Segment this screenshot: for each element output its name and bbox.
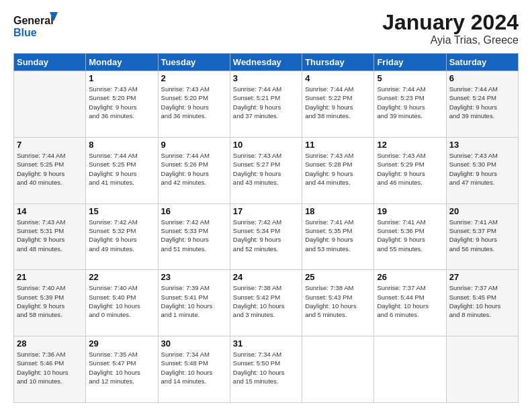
day-number: 15 bbox=[89, 206, 154, 216]
day-info: Sunrise: 7:43 AMSunset: 5:30 PMDaylight:… bbox=[449, 151, 515, 187]
calendar-week-row: 1Sunrise: 7:43 AMSunset: 5:20 PMDaylight… bbox=[14, 71, 519, 138]
day-info: Sunrise: 7:40 AMSunset: 5:39 PMDaylight:… bbox=[17, 283, 83, 319]
table-row: 3Sunrise: 7:44 AMSunset: 5:21 PMDaylight… bbox=[230, 71, 302, 138]
table-row: 16Sunrise: 7:42 AMSunset: 5:33 PMDayligh… bbox=[158, 203, 230, 270]
day-info: Sunrise: 7:37 AMSunset: 5:44 PMDaylight:… bbox=[377, 283, 443, 319]
table-row: 10Sunrise: 7:43 AMSunset: 5:27 PMDayligh… bbox=[230, 137, 302, 203]
day-number: 29 bbox=[89, 338, 154, 349]
table-row: 15Sunrise: 7:42 AMSunset: 5:32 PMDayligh… bbox=[86, 203, 158, 270]
table-row: 1Sunrise: 7:43 AMSunset: 5:20 PMDaylight… bbox=[86, 71, 158, 138]
calendar-header-row: Sunday Monday Tuesday Wednesday Thursday… bbox=[14, 54, 519, 71]
svg-text:General: General bbox=[13, 15, 54, 26]
day-info: Sunrise: 7:36 AMSunset: 5:46 PMDaylight:… bbox=[17, 350, 83, 385]
col-thursday: Thursday bbox=[302, 54, 374, 71]
day-info: Sunrise: 7:44 AMSunset: 5:25 PMDaylight:… bbox=[17, 151, 83, 187]
day-number: 2 bbox=[161, 73, 227, 83]
day-number: 7 bbox=[17, 140, 83, 150]
calendar-title: January 2024 bbox=[382, 11, 519, 34]
logo-icon: General Blue bbox=[13, 11, 60, 40]
table-row: 20Sunrise: 7:41 AMSunset: 5:37 PMDayligh… bbox=[446, 203, 518, 270]
table-row: 28Sunrise: 7:36 AMSunset: 5:46 PMDayligh… bbox=[14, 336, 86, 403]
table-row bbox=[14, 71, 86, 138]
day-info: Sunrise: 7:43 AMSunset: 5:28 PMDaylight:… bbox=[305, 151, 371, 187]
header: General Blue January 2024 Ayia Trias, Gr… bbox=[13, 11, 519, 46]
table-row: 19Sunrise: 7:41 AMSunset: 5:36 PMDayligh… bbox=[374, 203, 446, 270]
table-row: 5Sunrise: 7:44 AMSunset: 5:23 PMDaylight… bbox=[374, 71, 446, 138]
col-tuesday: Tuesday bbox=[158, 54, 230, 71]
day-number: 10 bbox=[233, 140, 299, 150]
day-info: Sunrise: 7:44 AMSunset: 5:23 PMDaylight:… bbox=[377, 85, 443, 120]
calendar-table: Sunday Monday Tuesday Wednesday Thursday… bbox=[13, 53, 519, 403]
table-row: 30Sunrise: 7:34 AMSunset: 5:48 PMDayligh… bbox=[158, 336, 230, 403]
table-row: 24Sunrise: 7:38 AMSunset: 5:42 PMDayligh… bbox=[230, 270, 302, 336]
table-row: 23Sunrise: 7:39 AMSunset: 5:41 PMDayligh… bbox=[158, 270, 230, 336]
day-number: 19 bbox=[377, 206, 443, 216]
day-info: Sunrise: 7:42 AMSunset: 5:34 PMDaylight:… bbox=[233, 218, 299, 253]
day-number: 20 bbox=[449, 206, 515, 216]
col-friday: Friday bbox=[374, 54, 446, 71]
table-row: 12Sunrise: 7:43 AMSunset: 5:29 PMDayligh… bbox=[374, 137, 446, 203]
title-block: January 2024 Ayia Trias, Greece bbox=[382, 11, 519, 46]
day-number: 17 bbox=[233, 206, 299, 216]
logo: General Blue bbox=[13, 11, 60, 40]
day-number: 22 bbox=[89, 272, 154, 282]
calendar-week-row: 7Sunrise: 7:44 AMSunset: 5:25 PMDaylight… bbox=[14, 137, 519, 203]
table-row: 29Sunrise: 7:35 AMSunset: 5:47 PMDayligh… bbox=[86, 336, 158, 403]
day-info: Sunrise: 7:43 AMSunset: 5:20 PMDaylight:… bbox=[89, 85, 154, 120]
day-info: Sunrise: 7:38 AMSunset: 5:42 PMDaylight:… bbox=[233, 283, 299, 319]
table-row: 11Sunrise: 7:43 AMSunset: 5:28 PMDayligh… bbox=[302, 137, 374, 203]
day-info: Sunrise: 7:38 AMSunset: 5:43 PMDaylight:… bbox=[305, 283, 371, 319]
day-number: 13 bbox=[449, 140, 515, 150]
table-row: 22Sunrise: 7:40 AMSunset: 5:40 PMDayligh… bbox=[86, 270, 158, 336]
table-row: 4Sunrise: 7:44 AMSunset: 5:22 PMDaylight… bbox=[302, 71, 374, 138]
day-info: Sunrise: 7:35 AMSunset: 5:47 PMDaylight:… bbox=[89, 350, 154, 385]
day-info: Sunrise: 7:40 AMSunset: 5:40 PMDaylight:… bbox=[89, 283, 154, 319]
page: General Blue January 2024 Ayia Trias, Gr… bbox=[0, 0, 532, 411]
table-row: 21Sunrise: 7:40 AMSunset: 5:39 PMDayligh… bbox=[14, 270, 86, 336]
day-number: 30 bbox=[161, 338, 227, 349]
col-monday: Monday bbox=[86, 54, 158, 71]
table-row bbox=[446, 336, 518, 403]
day-number: 3 bbox=[233, 73, 299, 83]
table-row: 2Sunrise: 7:43 AMSunset: 5:20 PMDaylight… bbox=[158, 71, 230, 138]
day-number: 25 bbox=[305, 272, 371, 282]
day-info: Sunrise: 7:44 AMSunset: 5:24 PMDaylight:… bbox=[449, 85, 515, 120]
day-info: Sunrise: 7:43 AMSunset: 5:20 PMDaylight:… bbox=[161, 85, 227, 120]
table-row: 8Sunrise: 7:44 AMSunset: 5:25 PMDaylight… bbox=[86, 137, 158, 203]
day-number: 9 bbox=[161, 140, 227, 150]
day-info: Sunrise: 7:44 AMSunset: 5:25 PMDaylight:… bbox=[89, 151, 154, 187]
col-saturday: Saturday bbox=[446, 54, 518, 71]
day-info: Sunrise: 7:41 AMSunset: 5:35 PMDaylight:… bbox=[305, 218, 371, 253]
day-info: Sunrise: 7:39 AMSunset: 5:41 PMDaylight:… bbox=[161, 283, 227, 319]
table-row: 25Sunrise: 7:38 AMSunset: 5:43 PMDayligh… bbox=[302, 270, 374, 336]
table-row: 9Sunrise: 7:44 AMSunset: 5:26 PMDaylight… bbox=[158, 137, 230, 203]
day-info: Sunrise: 7:43 AMSunset: 5:27 PMDaylight:… bbox=[233, 151, 299, 187]
table-row: 7Sunrise: 7:44 AMSunset: 5:25 PMDaylight… bbox=[14, 137, 86, 203]
table-row: 17Sunrise: 7:42 AMSunset: 5:34 PMDayligh… bbox=[230, 203, 302, 270]
col-sunday: Sunday bbox=[14, 54, 86, 71]
day-info: Sunrise: 7:43 AMSunset: 5:29 PMDaylight:… bbox=[377, 151, 443, 187]
day-number: 11 bbox=[305, 140, 371, 150]
day-info: Sunrise: 7:41 AMSunset: 5:37 PMDaylight:… bbox=[449, 218, 515, 253]
day-info: Sunrise: 7:41 AMSunset: 5:36 PMDaylight:… bbox=[377, 218, 443, 253]
table-row: 13Sunrise: 7:43 AMSunset: 5:30 PMDayligh… bbox=[446, 137, 518, 203]
calendar-week-row: 28Sunrise: 7:36 AMSunset: 5:46 PMDayligh… bbox=[14, 336, 519, 403]
svg-text:Blue: Blue bbox=[13, 27, 37, 38]
day-info: Sunrise: 7:44 AMSunset: 5:21 PMDaylight:… bbox=[233, 85, 299, 120]
day-number: 23 bbox=[161, 272, 227, 282]
day-info: Sunrise: 7:37 AMSunset: 5:45 PMDaylight:… bbox=[449, 283, 515, 319]
day-info: Sunrise: 7:34 AMSunset: 5:50 PMDaylight:… bbox=[233, 350, 299, 385]
col-wednesday: Wednesday bbox=[230, 54, 302, 71]
day-info: Sunrise: 7:42 AMSunset: 5:32 PMDaylight:… bbox=[89, 218, 154, 253]
day-number: 27 bbox=[449, 272, 515, 282]
table-row: 18Sunrise: 7:41 AMSunset: 5:35 PMDayligh… bbox=[302, 203, 374, 270]
table-row bbox=[374, 336, 446, 403]
day-number: 14 bbox=[17, 206, 83, 216]
day-number: 8 bbox=[89, 140, 154, 150]
day-number: 31 bbox=[233, 338, 299, 349]
day-number: 5 bbox=[377, 73, 443, 83]
table-row bbox=[302, 336, 374, 403]
table-row: 6Sunrise: 7:44 AMSunset: 5:24 PMDaylight… bbox=[446, 71, 518, 138]
table-row: 26Sunrise: 7:37 AMSunset: 5:44 PMDayligh… bbox=[374, 270, 446, 336]
calendar-week-row: 14Sunrise: 7:43 AMSunset: 5:31 PMDayligh… bbox=[14, 203, 519, 270]
